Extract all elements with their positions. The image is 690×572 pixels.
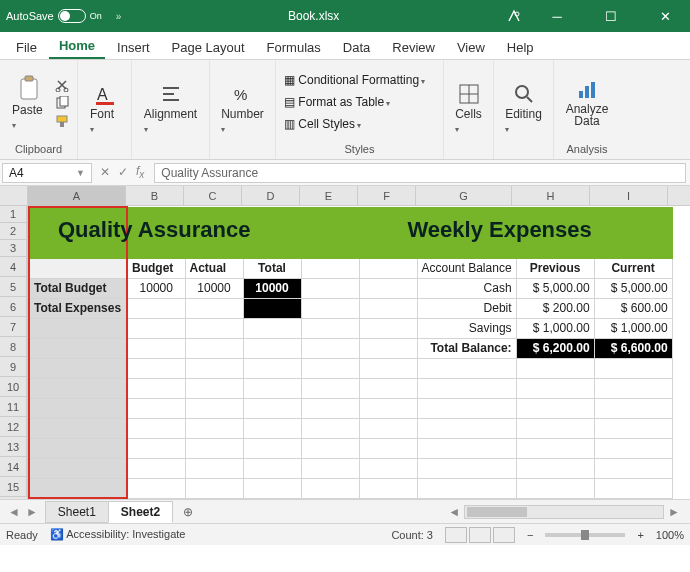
cell-H5[interactable]: $ 5,000.00	[516, 278, 594, 298]
format-painter-icon[interactable]	[55, 114, 69, 128]
zoom-out[interactable]: −	[527, 529, 533, 541]
row-header-2[interactable]: 2	[0, 223, 27, 240]
accessibility-status[interactable]: ♿ Accessibility: Investigate	[50, 528, 186, 541]
cell-H13[interactable]	[516, 438, 594, 458]
cell-styles[interactable]: ▥ Cell Styles	[284, 114, 425, 136]
cell-I1[interactable]	[594, 207, 672, 224]
scroll-left[interactable]: ◄	[444, 505, 464, 519]
cell-E11[interactable]	[301, 398, 359, 418]
cell-G4[interactable]: Account Balance	[417, 258, 516, 278]
cell-F10[interactable]	[359, 378, 417, 398]
column-header-H[interactable]: H	[512, 186, 590, 206]
row-header-5[interactable]: 5	[0, 277, 27, 297]
cell-C15[interactable]	[185, 478, 243, 498]
cell-I7[interactable]: $ 1,000.00	[594, 318, 672, 338]
cell-E3[interactable]	[301, 241, 359, 258]
cell-H7[interactable]: $ 1,000.00	[516, 318, 594, 338]
select-all[interactable]	[0, 186, 28, 206]
cell-I5[interactable]: $ 5,000.00	[594, 278, 672, 298]
tab-page-layout[interactable]: Page Layout	[162, 36, 255, 59]
cell-B3[interactable]	[127, 241, 185, 258]
cell-A2[interactable]: Quality Assurance	[29, 224, 127, 241]
zoom-slider[interactable]	[545, 533, 625, 537]
cell-D10[interactable]	[243, 378, 301, 398]
row-header-4[interactable]: 4	[0, 257, 27, 277]
cell-F4[interactable]	[359, 258, 417, 278]
fx-icon[interactable]: fx	[136, 164, 144, 180]
cell-F11[interactable]	[359, 398, 417, 418]
column-header-D[interactable]: D	[242, 186, 300, 206]
formula-bar[interactable]: Quality Assurance	[154, 163, 686, 183]
maximize-button[interactable]: ☐	[592, 4, 630, 28]
cell-E9[interactable]	[301, 358, 359, 378]
column-header-B[interactable]: B	[126, 186, 184, 206]
cell-D1[interactable]	[243, 207, 301, 224]
row-header-11[interactable]: 11	[0, 397, 27, 417]
cell-B15[interactable]	[127, 478, 185, 498]
cell-A7[interactable]	[29, 318, 127, 338]
cell-D12[interactable]	[243, 418, 301, 438]
cell-E1[interactable]	[301, 207, 359, 224]
cell-I3[interactable]	[594, 241, 672, 258]
cell-G10[interactable]	[417, 378, 516, 398]
cell-A8[interactable]	[29, 338, 127, 358]
autosave-toggle[interactable]: AutoSave On	[6, 9, 102, 23]
column-header-F[interactable]: F	[358, 186, 416, 206]
cell-I9[interactable]	[594, 358, 672, 378]
cell-H15[interactable]	[516, 478, 594, 498]
cell-G8[interactable]: Total Balance:	[417, 338, 516, 358]
cell-D5[interactable]: 10000	[243, 278, 301, 298]
cell-G5[interactable]: Cash	[417, 278, 516, 298]
cell-G13[interactable]	[417, 438, 516, 458]
cell-F6[interactable]	[359, 298, 417, 318]
cell-H6[interactable]: $ 200.00	[516, 298, 594, 318]
cut-icon[interactable]	[55, 78, 69, 92]
row-header-12[interactable]: 12	[0, 417, 27, 437]
cell-D7[interactable]	[243, 318, 301, 338]
conditional-formatting[interactable]: ▦ Conditional Formatting	[284, 70, 425, 92]
cell-E7[interactable]	[301, 318, 359, 338]
cell-F15[interactable]	[359, 478, 417, 498]
cell-A10[interactable]	[29, 378, 127, 398]
normal-view[interactable]	[445, 527, 467, 543]
tab-formulas[interactable]: Formulas	[257, 36, 331, 59]
cell-H12[interactable]	[516, 418, 594, 438]
cell-H10[interactable]	[516, 378, 594, 398]
row-header-3[interactable]: 3	[0, 240, 27, 257]
cell-F7[interactable]	[359, 318, 417, 338]
zoom-in[interactable]: +	[637, 529, 643, 541]
cell-A5[interactable]: Total Budget	[29, 278, 127, 298]
cell-B6[interactable]	[127, 298, 185, 318]
number-button[interactable]: % Number	[217, 81, 268, 137]
cell-E4[interactable]	[301, 258, 359, 278]
cell-F8[interactable]	[359, 338, 417, 358]
cell-C14[interactable]	[185, 458, 243, 478]
cell-H8[interactable]: $ 6,200.00	[516, 338, 594, 358]
cell-C8[interactable]	[185, 338, 243, 358]
paste-button[interactable]: Paste	[8, 73, 49, 133]
cell-E5[interactable]	[301, 278, 359, 298]
cell-I8[interactable]: $ 6,600.00	[594, 338, 672, 358]
add-sheet-button[interactable]: ⊕	[173, 505, 203, 519]
cell-C7[interactable]	[185, 318, 243, 338]
cell-E12[interactable]	[301, 418, 359, 438]
cells-button[interactable]: Cells	[451, 81, 486, 137]
cell-D2[interactable]	[243, 224, 301, 241]
row-header-13[interactable]: 13	[0, 437, 27, 457]
cell-A4[interactable]	[29, 258, 127, 278]
cell-D3[interactable]	[243, 241, 301, 258]
enter-formula-icon[interactable]: ✓	[118, 165, 128, 179]
cell-D4[interactable]: Total	[243, 258, 301, 278]
column-header-I[interactable]: I	[590, 186, 668, 206]
cell-C13[interactable]	[185, 438, 243, 458]
cell-G9[interactable]	[417, 358, 516, 378]
horizontal-scrollbar[interactable]	[464, 505, 664, 519]
cell-I2[interactable]	[594, 224, 672, 241]
quick-access-icon[interactable]	[506, 8, 522, 24]
row-header-10[interactable]: 10	[0, 377, 27, 397]
cell-G3[interactable]	[417, 241, 516, 258]
cell-E8[interactable]	[301, 338, 359, 358]
cell-E15[interactable]	[301, 478, 359, 498]
column-header-E[interactable]: E	[300, 186, 358, 206]
name-box[interactable]: A4 ▼	[2, 163, 92, 183]
